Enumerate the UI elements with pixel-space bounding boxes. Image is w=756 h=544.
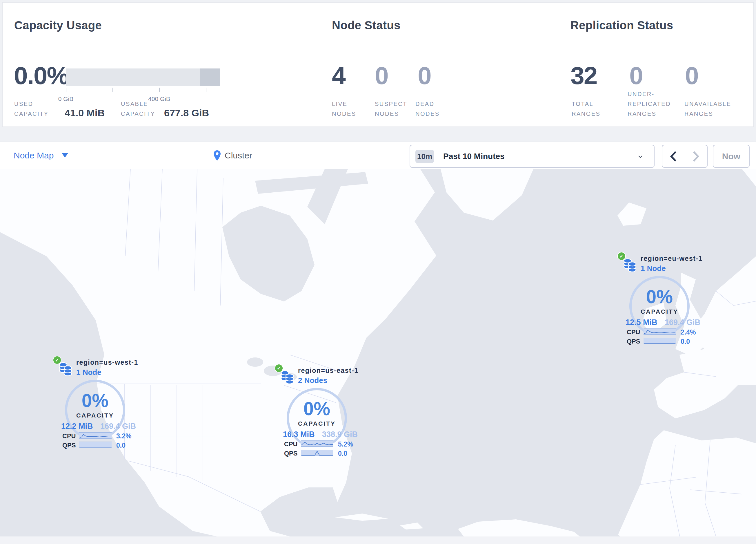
chevron-right-icon — [692, 151, 700, 162]
used-capacity-label: USED CAPACITY — [14, 88, 49, 119]
cpu-sparkline — [644, 329, 676, 335]
region-name: region=us-west-1 — [76, 359, 138, 367]
region-node-count: 1 Node — [76, 368, 101, 377]
usable-capacity-label: USABLE CAPACITY — [121, 88, 155, 119]
total-ranges-count: 32 — [570, 63, 597, 88]
cpu-label: CPU — [627, 329, 642, 336]
database-stack-icon — [59, 362, 72, 377]
node-status-title: Node Status — [332, 19, 401, 32]
suspect-nodes-label: SUSPECT NODES — [375, 88, 407, 119]
region-capacity-percent: 0% — [64, 390, 126, 411]
database-stack-icon — [281, 370, 294, 385]
capacity-percent: 0.0% — [14, 63, 68, 88]
under-replicated-count: 0 — [629, 63, 643, 88]
capacity-bar — [66, 68, 220, 86]
now-button[interactable]: Now — [713, 145, 750, 168]
used-capacity-value: 41.0 MiB — [65, 88, 105, 119]
cluster-summary-bar: Capacity Usage 0.0% 0 GiB 400 GiB USED C… — [2, 2, 754, 127]
time-shift-buttons — [662, 145, 708, 168]
chevron-down-icon — [638, 154, 643, 159]
region-used-capacity: 16.3 MiB — [283, 430, 315, 439]
total-ranges-label: TOTAL RANGES — [572, 88, 600, 119]
dropdown-arrow-icon — [62, 153, 68, 157]
time-shift-back-button[interactable] — [662, 145, 685, 167]
region-marker-us-west-1[interactable]: ✓ region=us-west-1 1 Node 0% CAPACITY 12… — [50, 356, 143, 452]
cpu-value: 5.2% — [338, 440, 353, 448]
region-usable-capacity: 169.4 GiB — [665, 318, 700, 327]
cpu-label: CPU — [62, 432, 77, 440]
qps-label: QPS — [62, 442, 77, 449]
chevron-left-icon — [670, 151, 677, 162]
qps-value: 0.0 — [681, 338, 690, 346]
cpu-sparkline — [79, 432, 112, 439]
region-marker-us-east-1[interactable]: ✓ region=us-east-1 2 Nodes 0% CAPACITY 1… — [272, 365, 365, 460]
region-node-count: 2 Nodes — [298, 376, 327, 385]
region-capacity-percent: 0% — [628, 286, 691, 308]
unavailable-label: UNAVAILABLE RANGES — [684, 88, 731, 119]
replication-status-title: Replication Status — [570, 19, 673, 32]
live-nodes-count: 4 — [332, 63, 345, 88]
region-capacity-label: CAPACITY — [64, 412, 126, 419]
time-shift-forward-button[interactable] — [685, 145, 707, 167]
qps-label: QPS — [627, 338, 642, 345]
capacity-usage-title: Capacity Usage — [14, 19, 102, 32]
region-usable-capacity: 169.4 GiB — [100, 422, 136, 431]
breadcrumb[interactable]: Cluster — [214, 142, 252, 169]
axis-tick — [159, 88, 160, 92]
region-node-count: 1 Node — [641, 264, 666, 273]
node-map-canvas: ✓ region=us-west-1 1 Node 0% CAPACITY 12… — [0, 169, 756, 536]
world-map — [0, 169, 756, 536]
region-used-capacity: 12.5 MiB — [626, 318, 657, 327]
region-name: region=eu-west-1 — [641, 255, 703, 262]
qps-value: 0.0 — [116, 442, 126, 449]
map-footer-strip — [0, 536, 756, 544]
map-great-lake — [247, 358, 263, 367]
qps-sparkline — [644, 338, 676, 344]
qps-label: QPS — [284, 450, 299, 457]
axis-tick — [112, 88, 113, 92]
qps-value: 0.0 — [338, 450, 347, 458]
under-replicated-label: UNDER- REPLICATED RANGES — [628, 88, 671, 119]
view-selector-dropdown[interactable]: Node Map — [14, 142, 68, 169]
database-stack-icon — [623, 257, 637, 273]
region-used-capacity: 12.2 MiB — [61, 422, 93, 431]
time-range-label: Past 10 Minutes — [443, 145, 505, 167]
cpu-value: 3.2% — [116, 432, 131, 440]
dead-nodes-label: DEAD NODES — [415, 88, 440, 119]
cpu-sparkline — [301, 440, 333, 447]
view-selector-label: Node Map — [14, 150, 54, 160]
suspect-nodes-count: 0 — [375, 63, 388, 88]
region-marker-eu-west-1[interactable]: ✓ region=eu-west-1 1 Node 0% CAPACITY 12… — [615, 252, 707, 348]
cpu-value: 2.4% — [681, 329, 696, 336]
region-name: region=us-east-1 — [298, 367, 359, 375]
region-capacity-label: CAPACITY — [286, 420, 348, 427]
region-capacity-percent: 0% — [286, 398, 348, 420]
unavailable-count: 0 — [685, 63, 698, 88]
map-toolbar: Node Map Cluster 10m Past 10 Minutes Now — [0, 141, 756, 169]
capacity-bar-segment — [200, 68, 220, 86]
region-capacity-label: CAPACITY — [628, 308, 691, 315]
breadcrumb-label: Cluster — [225, 150, 252, 160]
time-range-badge: 10m — [415, 150, 434, 163]
live-nodes-label: LIVE NODES — [332, 88, 356, 119]
dead-nodes-count: 0 — [418, 63, 431, 88]
usable-capacity-value: 677.8 GiB — [164, 88, 209, 119]
qps-sparkline — [301, 450, 333, 456]
cpu-label: CPU — [284, 440, 299, 448]
qps-sparkline — [79, 442, 112, 448]
region-usable-capacity: 338.9 GiB — [322, 430, 358, 439]
location-pin-icon — [214, 150, 221, 161]
time-range-dropdown[interactable]: 10m Past 10 Minutes — [410, 145, 655, 168]
